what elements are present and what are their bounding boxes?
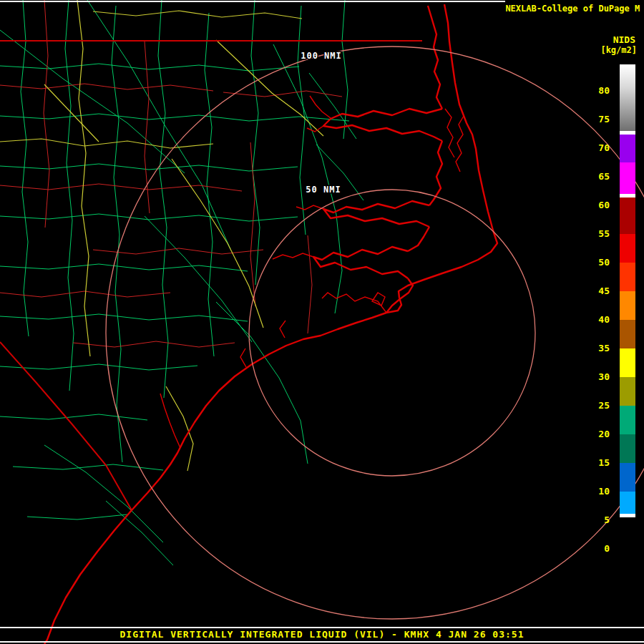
pamlico-river	[323, 201, 429, 227]
colorbar-segment	[620, 194, 635, 197]
secondary-roads-layer	[0, 0, 342, 347]
colorbar-tick-label: 25	[585, 400, 610, 411]
colorbar-segment	[620, 320, 635, 348]
colorbar-tick-label: 65	[585, 171, 610, 182]
range-ring-50nmi-label: 50 NMI	[306, 185, 341, 195]
colorbar-tick-label: 45	[585, 286, 610, 297]
colorbar-tick-label: 30	[585, 371, 610, 383]
beaufort-inlet	[372, 293, 385, 306]
colorbar-segment	[620, 377, 635, 406]
coastline-layer	[44, 4, 497, 644]
colorbar-tick-label: 55	[585, 228, 610, 240]
colorbar-segment	[620, 64, 635, 131]
cape-fear-river	[160, 394, 180, 448]
colorbar-segment	[620, 434, 635, 463]
newport-estuary	[322, 293, 386, 313]
new-river	[280, 321, 286, 338]
range-ring-50nmi	[249, 190, 535, 476]
neuse-upstream	[273, 253, 313, 259]
colorbar-segment	[620, 463, 635, 492]
colorbar-tick-label: 20	[585, 429, 610, 440]
croatan-shore	[445, 109, 454, 157]
colorbar-segment	[620, 197, 635, 234]
radar-display: 100 NMI 50 NMI NEXLAB-College of DuPage …	[0, 0, 644, 644]
range-rings-layer: 100 NMI 50 NMI	[106, 47, 644, 619]
top-frame-line	[0, 1, 505, 2]
colorbar-tick-label: 5	[585, 514, 610, 526]
colorbar-segment	[620, 514, 635, 517]
colorbar-tick-label: 0	[585, 543, 610, 555]
highways-layer	[0, 0, 323, 471]
colorbar-segment	[620, 406, 635, 434]
colorbar-segment	[620, 348, 635, 377]
colorbar-tick-label: 80	[585, 85, 610, 97]
colorbar-segment	[620, 517, 635, 565]
colorbar-tick-label: 35	[585, 343, 610, 354]
product-title: DIGITAL VERTICALLY INTEGRATED LIQUID (VI…	[0, 629, 644, 641]
range-ring-100nmi	[106, 47, 644, 619]
colorbar-segment	[620, 263, 635, 291]
colorbar-segment	[620, 291, 635, 320]
units-label: [kg/m2]	[600, 45, 637, 55]
roanoke-island	[456, 116, 464, 172]
source-credit-clipped-char: M	[635, 4, 641, 14]
sound-shore-mid	[408, 227, 429, 251]
colorbar-tick-label: 40	[585, 314, 610, 326]
colorbar-segment	[620, 234, 635, 263]
colorbar-segment	[620, 162, 635, 194]
base-map: 100 NMI 50 NMI	[0, 0, 644, 644]
colorbar-tick-label: 10	[585, 486, 610, 497]
colorbar-tick-label: 70	[585, 142, 610, 154]
colorbar-segment	[620, 131, 635, 135]
county-roads-layer	[0, 0, 364, 565]
white-oak-river	[240, 348, 246, 367]
chowan-river	[310, 96, 331, 118]
colorbar-tick-label: 50	[585, 257, 610, 268]
colorbar-segment	[620, 135, 635, 162]
colorbar-tick-label: 15	[585, 457, 610, 469]
range-ring-100nmi-label: 100 NMI	[301, 51, 342, 61]
atlantic-coastline	[44, 4, 497, 644]
albemarle-sound	[323, 109, 442, 141]
neuse-river	[313, 247, 408, 278]
source-credit-text: NEXLAB-College of DuPage	[505, 4, 629, 14]
bottom-edge-line	[0, 641, 644, 643]
currituck-shore	[428, 6, 442, 109]
source-credit: NEXLAB-College of DuPage M	[505, 4, 641, 14]
colorbar-segment	[620, 492, 635, 514]
bottom-frame-line	[0, 627, 644, 628]
colorbar-tick-label: 75	[585, 114, 610, 125]
nids-label: NIDS	[613, 34, 635, 45]
pamlico-sound-shore	[429, 141, 442, 205]
colorbar-tick-label: 60	[585, 200, 610, 211]
